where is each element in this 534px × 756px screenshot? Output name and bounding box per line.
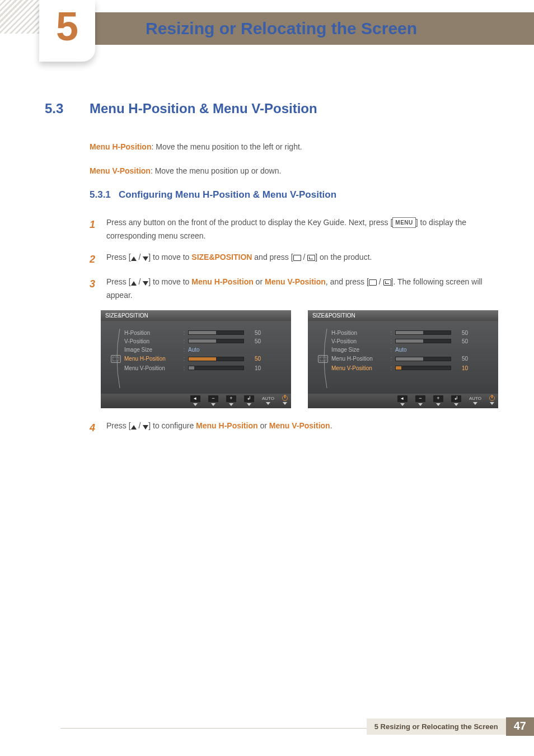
osd-hpos-slider [188, 330, 244, 335]
osd-imgsize-label: Image Size [124, 347, 180, 353]
kw-mv: Menu V-Position [269, 421, 330, 430]
osd-row-hpos: H-Position : 50 [107, 330, 284, 336]
section-title: Menu H-Position & Menu V-Position [90, 101, 317, 116]
step-2-c: and press [ [252, 253, 293, 262]
osd-right-title: SIZE&POSITION [308, 310, 498, 321]
osd-left-body: H-Position : 50 V-Position : 50 Image Si… [101, 321, 291, 394]
osd-mvpos-label: Menu V-Position [331, 365, 387, 371]
kw-mh: Menu H-Position [191, 277, 253, 286]
osd-hpos-val: 50 [451, 330, 468, 336]
osd-right-body: H-Position : 50 V-Position : 50 Image Si… [308, 321, 498, 394]
kw-mh: Menu H-Position [196, 421, 257, 430]
rect-icon [293, 255, 301, 261]
steps: 1 Press any button on the front of the p… [90, 216, 500, 302]
step-2-body: Press [ / ] to move to SIZE&POSITION and… [106, 251, 500, 268]
osd-mhpos-label: Menu H-Position [331, 356, 387, 362]
screen-icon [318, 355, 328, 363]
step-4-body: Press [ / ] to configure Menu H-Position… [106, 419, 500, 437]
screen-icon [111, 355, 121, 363]
osd-row-vpos: V-Position : 50 [315, 338, 491, 344]
step-2-d: ] on the product. [315, 253, 372, 262]
foot-enter-icon: ↲ [244, 395, 254, 406]
osd-row-mhpos: Menu H-Position : 50 [315, 355, 491, 363]
osd-mvpos-slider [395, 366, 451, 370]
chapter-title: Resizing or Relocating the Screen [146, 19, 417, 38]
osd-mhpos-val: 50 [244, 356, 261, 362]
osd-vpos-label: V-Position [124, 338, 180, 344]
header-bar: Resizing or Relocating the Screen [39, 12, 534, 45]
step-1: 1 Press any button on the front of the p… [90, 216, 500, 243]
down-icon [143, 425, 148, 430]
intro-v: Menu V-Position: Move the menu position … [90, 165, 500, 177]
intro-h-label: Menu H-Position [90, 142, 151, 151]
intro-h-text: : Move the menu position to the left or … [151, 142, 302, 151]
down-icon [143, 281, 148, 286]
step-4-num: 4 [90, 419, 106, 437]
kw-sizepos: SIZE&POSITION [191, 253, 252, 262]
enter-icon [307, 255, 315, 261]
foot-back-icon: ◂ [190, 395, 200, 406]
osd-imgsize-label: Image Size [331, 347, 387, 353]
osd-vpos-slider [188, 339, 244, 343]
osd-hpos-val: 50 [244, 330, 261, 336]
foot-minus-icon: − [208, 395, 218, 406]
step-3-body: Press [ / ] to move to Menu H-Position o… [106, 276, 500, 302]
osd-vpos-label: V-Position [331, 338, 387, 344]
step-3-a: Press [ [106, 277, 131, 286]
osd-mvpos-val: 10 [244, 365, 261, 371]
step-4-c: . [330, 421, 332, 430]
osd-row-mvpos: Menu V-Position : 10 [107, 365, 284, 371]
osd-left-foot: ◂ − + ↲ AUTO [101, 394, 291, 408]
rect-icon [369, 279, 377, 286]
step-2: 2 Press [ / ] to move to SIZE&POSITION a… [90, 251, 500, 268]
foot-power-icon [282, 395, 288, 406]
foot-back-icon: ◂ [397, 395, 407, 406]
intro-v-text: : Move the menu position up or down. [151, 166, 281, 175]
osd-row-imgsize: Image Size : Auto [107, 347, 284, 353]
step-3-num: 3 [90, 276, 106, 302]
osd-hpos-slider [395, 330, 451, 335]
osd-left-title: SIZE&POSITION [101, 310, 291, 321]
osd-mhpos-slider [395, 357, 451, 361]
osd-row-imgsize: Image Size : Auto [315, 347, 491, 353]
step-1-num: 1 [90, 216, 106, 243]
step-4-b: ] to configure [148, 421, 196, 430]
osd-mvpos-val: 10 [451, 365, 468, 371]
osd-row-mvpos: Menu V-Position : 10 [315, 365, 491, 371]
foot-auto: AUTO [469, 395, 481, 406]
step-2-num: 2 [90, 251, 106, 268]
page-number: 47 [506, 717, 534, 736]
section-number: 5.3 [45, 101, 90, 116]
subsection-number: 5.3.1 [90, 189, 111, 200]
section-heading: 5.3 Menu H-Position & Menu V-Position [45, 101, 500, 116]
step-4-or: or [258, 421, 269, 430]
osd-row-mhpos: Menu H-Position : 50 [107, 355, 284, 363]
osd-row-hpos: H-Position : 50 [315, 330, 491, 336]
osd-mhpos-slider [188, 357, 244, 361]
osd-mhpos-val: 50 [451, 356, 468, 362]
subsection-title: Configuring Menu H-Position & Menu V-Pos… [119, 189, 336, 200]
menu-icon: MENU [392, 217, 415, 228]
osd-imgsize-val: Auto [395, 347, 451, 353]
step-2-b: ] to move to [148, 253, 191, 262]
osd-mvpos-label: Menu V-Position [124, 365, 180, 371]
step-2-a: Press [ [106, 253, 131, 262]
osd-right: SIZE&POSITION H-Position : 50 V-Position… [308, 310, 498, 408]
foot-enter-icon: ↲ [451, 395, 461, 406]
osd-vpos-val: 50 [451, 338, 468, 344]
chapter-number: 5 [56, 3, 78, 49]
step-3-c: , and press [ [326, 277, 369, 286]
osd-row-vpos: V-Position : 50 [107, 338, 284, 344]
step-3-or: or [254, 277, 265, 286]
intro-v-label: Menu V-Position [90, 166, 151, 175]
foot-auto: AUTO [262, 395, 274, 406]
step-1-a: Press any button on the front of the pro… [106, 218, 392, 227]
osd-screenshots: SIZE&POSITION H-Position : 50 V-Position… [101, 310, 500, 408]
osd-right-foot: ◂ − + ↲ AUTO [308, 394, 498, 408]
footer-text: 5 Resizing or Relocating the Screen [367, 718, 506, 735]
enter-icon [383, 279, 391, 286]
step-3: 3 Press [ / ] to move to Menu H-Position… [90, 276, 500, 302]
step-4-a: Press [ [106, 421, 131, 430]
osd-mvpos-slider [188, 366, 244, 370]
step-4: 4 Press [ / ] to configure Menu H-Positi… [90, 419, 500, 437]
